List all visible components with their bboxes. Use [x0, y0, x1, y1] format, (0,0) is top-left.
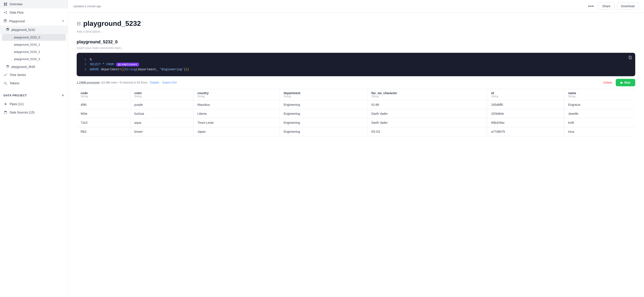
sidebar-item-label: playground_5232_0: [14, 36, 40, 39]
cell-color: purple: [130, 100, 194, 109]
sidebar-item-label: Pipes (11): [10, 102, 24, 106]
node-title: playground_5232_0: [77, 40, 635, 44]
sidebar-item-label: playground_5232_3: [14, 58, 40, 61]
sidebar: Overview Data Flow Playground + playgrou…: [0, 0, 68, 297]
svg-point-9: [4, 20, 6, 20]
table-row: 4f90purpleMauritiusEngineeringIG-88165db…: [77, 100, 635, 109]
sidebar-item-overview[interactable]: Overview: [0, 0, 68, 8]
sidebar-item-data-sources[interactable]: Data Sources (15): [0, 108, 68, 116]
cell-fav_sw_character: Darth Vader: [367, 109, 487, 118]
add-playground-button[interactable]: +: [62, 19, 64, 24]
sidebar-item-time-series[interactable]: Time Series: [0, 71, 68, 79]
sidebar-item-label: playground_5232: [12, 28, 35, 32]
page-description[interactable]: Add a description...: [77, 30, 635, 33]
topbar: Updated a minute ago ••• Share Download: [68, 0, 644, 12]
sidebar-item-playground-5232[interactable]: playground_5232: [0, 26, 68, 34]
topbar-actions: ••• Share Download: [586, 3, 639, 10]
col-header-id: idString: [487, 89, 564, 100]
cell-code: f5b2: [77, 127, 130, 136]
sidebar-item-label: Tokens: [10, 82, 19, 85]
cell-color: fuchsia: [130, 109, 194, 118]
svg-point-4: [4, 12, 5, 13]
sidebar-item-tokens[interactable]: Tokens: [0, 79, 68, 88]
export-csv-link[interactable]: Export CSV: [162, 81, 177, 84]
sidebar-item-playground-3545[interactable]: playground_3545: [0, 63, 68, 71]
delete-button[interactable]: Delete: [603, 81, 612, 84]
svg-rect-3: [6, 4, 7, 6]
run-play-icon: ▶: [620, 81, 623, 84]
cell-code: 71e3: [77, 118, 130, 127]
cell-country: Mauritius: [194, 100, 280, 109]
sidebar-item-playground-5232-1[interactable]: playground_5232_1: [2, 41, 66, 48]
processed-text: 1.24MB processed: [77, 81, 100, 84]
add-data-project-button[interactable]: +: [62, 93, 64, 98]
cell-department: Engineering: [280, 109, 367, 118]
sidebar-item-playground-5232-2[interactable]: playground_5232_2: [2, 48, 66, 55]
svg-point-12: [4, 82, 6, 84]
sidebar-playground-header: Playground +: [0, 17, 68, 26]
svg-rect-19: [118, 64, 120, 66]
cell-department: Engineering: [280, 127, 367, 136]
sidebar-item-playground-5232-0[interactable]: playground_5232_0: [2, 34, 66, 41]
cell-name: Engracia: [564, 100, 635, 109]
table-row: 900efuchsiaLiberiaEngineeringDarth Vader…: [77, 109, 635, 118]
svg-rect-0: [4, 3, 5, 4]
svg-point-6: [6, 13, 7, 14]
cell-country: Liberia: [194, 109, 280, 118]
col-header-name: nameString: [564, 89, 635, 100]
col-header-fav-sw-character: fav_sw_characterString: [367, 89, 487, 100]
cell-color: aqua: [130, 118, 194, 127]
cell-name: Jewelle: [564, 109, 635, 118]
cell-id: 1f294b0e: [487, 109, 564, 118]
cell-code: 4f90: [77, 100, 130, 109]
cell-fav_sw_character: IG-88: [367, 100, 487, 109]
cell-name: Kelli: [564, 118, 635, 127]
copy-code-button[interactable]: [628, 56, 632, 60]
run-button[interactable]: ▶ Run: [616, 79, 635, 86]
download-button[interactable]: Download: [617, 3, 639, 10]
cell-id: 69b429ac: [487, 118, 564, 127]
cell-fav_sw_character: Darth Vader: [367, 118, 487, 127]
updated-text: Updated a minute ago: [73, 4, 101, 8]
results-table-container: codeString colorString countryString dep…: [77, 89, 635, 136]
sidebar-item-label: Time Series: [10, 73, 26, 77]
svg-line-8: [5, 13, 6, 13]
svg-line-7: [5, 12, 6, 12]
pipe-icon: [4, 102, 8, 106]
db-icon: [4, 19, 7, 23]
sidebar-item-data-flow[interactable]: Data Flow: [0, 8, 68, 17]
table-header-row: codeString colorString countryString dep…: [77, 89, 635, 100]
col-header-department: departmentString: [280, 89, 367, 100]
main-content: Updated a minute ago ••• Share Download …: [68, 0, 644, 297]
code-line-3: 3 WHERE department= {{ String (departmen…: [77, 67, 635, 72]
code-editor[interactable]: 1 % 2 SELECT * FROM employees: [77, 53, 635, 76]
cell-color: brown: [130, 127, 194, 136]
code-line-2: 2 SELECT * FROM employees: [77, 62, 635, 67]
col-header-color: colorString: [130, 89, 194, 100]
sidebar-item-playground-5232-3[interactable]: playground_5232_3: [2, 56, 66, 62]
page-title-row: ⊟ playground_5232: [77, 20, 635, 28]
node-description[interactable]: Insert your node comments here...: [77, 46, 635, 50]
run-label: Run: [624, 81, 630, 84]
db-small-icon: [4, 110, 8, 114]
col-header-country: countryString: [194, 89, 280, 100]
sidebar-item-pipes[interactable]: Pipes (11): [0, 100, 68, 108]
playground-title-icon: ⊟: [77, 21, 80, 26]
sidebar-item-label: playground_3545: [12, 65, 35, 68]
cell-name: Iona: [564, 127, 635, 136]
more-options-button[interactable]: •••: [586, 3, 596, 10]
page-content: ⊟ playground_5232 Add a description... p…: [68, 12, 644, 143]
page-title: playground_5232: [83, 20, 141, 28]
grid-icon: [4, 2, 8, 6]
results-bar: 1.24MB processed, (10.08k rows × 9 colum…: [77, 76, 635, 89]
data-project-label: DATA PROJECT: [4, 94, 27, 97]
cell-fav_sw_character: R2-D2: [367, 127, 487, 136]
share-button[interactable]: Share: [598, 3, 614, 10]
code-line-1: 1 %: [77, 57, 635, 62]
svg-point-10: [6, 28, 9, 29]
table-row: f5b2brownJapanEngineeringR2-D2a77d9079Io…: [77, 127, 635, 136]
explain-link[interactable]: Explain: [150, 81, 159, 84]
db-icon: [6, 65, 9, 68]
sidebar-item-label: Data Flow: [10, 11, 24, 14]
sidebar-item-label: Data Sources (15): [10, 110, 34, 114]
